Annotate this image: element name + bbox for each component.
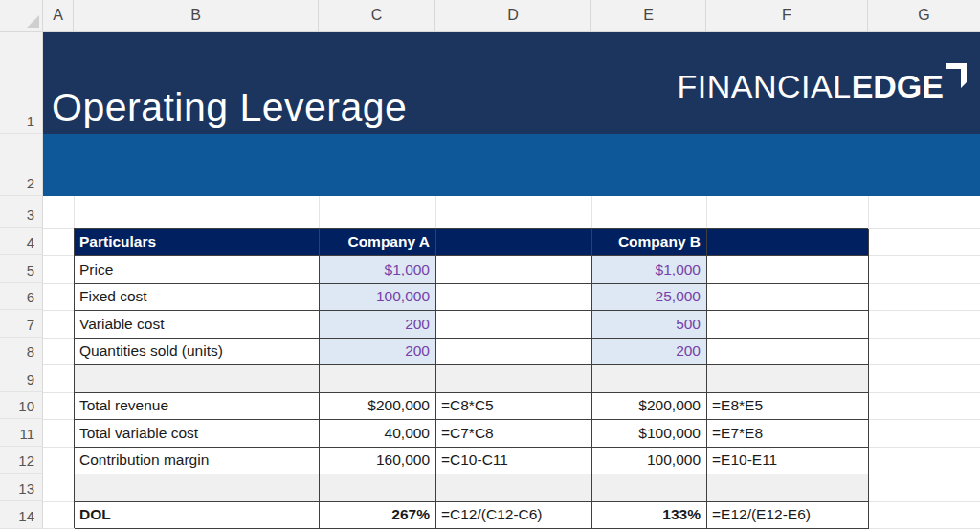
column-header-c[interactable]: C: [319, 0, 435, 32]
cell-fixed-cost-company-b[interactable]: 25,000: [592, 284, 707, 312]
row-header-2[interactable]: 2: [0, 134, 43, 196]
logo-corner-bracket-icon: [946, 63, 967, 89]
column-header-a[interactable]: A: [43, 0, 74, 32]
cell-header-particulars[interactable]: Particulars: [75, 229, 320, 256]
cell-total-revenue-company-b[interactable]: $200,000: [592, 393, 707, 421]
cell-empty-d5[interactable]: [436, 256, 592, 284]
cell-divider-d13[interactable]: [436, 474, 592, 502]
cell-variable-cost-label[interactable]: Variable cost: [75, 311, 320, 339]
column-header-g[interactable]: G: [868, 0, 980, 32]
select-all-triangle-icon: [27, 15, 39, 28]
cell-divider-e9[interactable]: [592, 365, 707, 393]
cell-header-company-b[interactable]: Company B: [592, 229, 707, 256]
cell-variable-cost-company-b[interactable]: 500: [592, 311, 707, 339]
cell-total-variable-cost-company-b[interactable]: $100,000: [592, 420, 707, 448]
row-header-9[interactable]: 9: [0, 364, 43, 392]
row-header-3[interactable]: 3: [0, 196, 43, 228]
column-header-f[interactable]: F: [706, 0, 868, 32]
cell-fixed-cost-company-a[interactable]: 100,000: [320, 284, 436, 312]
cell-empty-f6[interactable]: [707, 284, 869, 312]
operating-leverage-table: Particulars Company A Company B Price $1…: [74, 228, 868, 528]
cell-total-variable-cost-formula-b[interactable]: =E7*E8: [707, 420, 869, 448]
spreadsheet: A B C D E F G 1 2 3 4 5 6 7 8 9 10 11 12…: [0, 0, 980, 529]
cell-contribution-margin-company-a[interactable]: 160,000: [320, 448, 436, 475]
row-header-10[interactable]: 10: [0, 392, 43, 420]
cell-empty-f8[interactable]: [707, 339, 869, 366]
cell-contribution-margin-company-b[interactable]: 100,000: [592, 448, 707, 475]
row-header-7[interactable]: 7: [0, 310, 43, 338]
cell-header-empty-f4[interactable]: [707, 229, 869, 256]
gridline: [591, 196, 592, 228]
gridline: [319, 196, 320, 228]
cell-header-empty-d4[interactable]: [436, 229, 592, 256]
column-header-b[interactable]: B: [74, 0, 319, 32]
select-all-corner[interactable]: [0, 0, 43, 32]
cell-total-variable-cost-formula-a[interactable]: =C7*C8: [436, 420, 592, 448]
cell-fixed-cost-label[interactable]: Fixed cost: [75, 284, 320, 312]
cell-quantities-sold-label[interactable]: Quantities sold (units): [75, 339, 320, 366]
cell-total-revenue-formula-b[interactable]: =E8*E5: [707, 393, 869, 421]
cell-divider-e13[interactable]: [592, 474, 707, 502]
cell-empty-f7[interactable]: [707, 311, 869, 339]
cell-total-revenue-label[interactable]: Total revenue: [75, 393, 320, 421]
row-header-4[interactable]: 4: [0, 228, 43, 255]
cell-contribution-margin-formula-b[interactable]: =E10-E11: [707, 448, 869, 475]
cell-price-label[interactable]: Price: [75, 256, 320, 284]
row-header-8[interactable]: 8: [0, 338, 43, 365]
column-header-e[interactable]: E: [591, 0, 706, 32]
cell-empty-d8[interactable]: [436, 339, 592, 366]
accent-band[interactable]: [43, 134, 980, 196]
cell-dol-label[interactable]: DOL: [75, 502, 320, 529]
row-header-13[interactable]: 13: [0, 474, 43, 501]
cell-dol-company-b[interactable]: 133%: [592, 502, 707, 529]
gridline: [706, 196, 707, 228]
cell-dol-formula-a[interactable]: =C12/(C12-C6): [436, 502, 592, 529]
column-header-d[interactable]: D: [435, 0, 591, 32]
cell-divider-c9[interactable]: [320, 365, 436, 393]
cell-total-variable-cost-company-a[interactable]: 40,000: [320, 420, 436, 448]
cell-divider-f9[interactable]: [707, 365, 869, 393]
cell-divider-b13[interactable]: [75, 474, 320, 502]
financial-edge-logo: FINANCIALEDGE: [678, 68, 967, 105]
logo-text-edge: EDGE: [852, 68, 944, 104]
cell-quantities-sold-company-a[interactable]: 200: [320, 339, 436, 366]
cell-divider-d9[interactable]: [436, 365, 592, 393]
row-header-1[interactable]: 1: [0, 32, 43, 134]
cell-empty-d7[interactable]: [436, 311, 592, 339]
cell-quantities-sold-company-b[interactable]: 200: [592, 339, 707, 366]
cell-divider-f13[interactable]: [707, 474, 869, 502]
cell-price-company-b[interactable]: $1,000: [592, 256, 707, 284]
cell-total-revenue-formula-a[interactable]: =C8*C5: [436, 393, 592, 421]
cell-variable-cost-company-a[interactable]: 200: [320, 311, 436, 339]
cell-total-variable-cost-label[interactable]: Total variable cost: [75, 420, 320, 448]
cell-empty-f5[interactable]: [707, 256, 869, 284]
cell-header-company-a[interactable]: Company A: [320, 229, 436, 256]
row-header-12[interactable]: 12: [0, 447, 43, 474]
cell-total-revenue-company-a[interactable]: $200,000: [320, 393, 436, 421]
cell-divider-c13[interactable]: [320, 474, 436, 502]
cell-divider-b9[interactable]: [75, 365, 320, 393]
cell-dol-company-a[interactable]: 267%: [320, 502, 436, 529]
cell-dol-formula-b[interactable]: =E12/(E12-E6): [707, 502, 869, 529]
row-header-6[interactable]: 6: [0, 283, 43, 311]
row-header-14[interactable]: 14: [0, 501, 43, 529]
row-header-5[interactable]: 5: [0, 255, 43, 283]
cell-price-company-a[interactable]: $1,000: [320, 256, 436, 284]
page-title: Operating Leverage: [52, 85, 407, 130]
row-header-11[interactable]: 11: [0, 419, 43, 447]
cell-contribution-margin-label[interactable]: Contribution margin: [75, 448, 320, 475]
gridline: [435, 196, 436, 228]
logo-text-financial: FINANCIAL: [678, 68, 852, 104]
cell-contribution-margin-formula-a[interactable]: =C10-C11: [436, 448, 592, 475]
cell-empty-d6[interactable]: [436, 284, 592, 312]
title-banner[interactable]: Operating Leverage FINANCIALEDGE: [43, 32, 980, 134]
